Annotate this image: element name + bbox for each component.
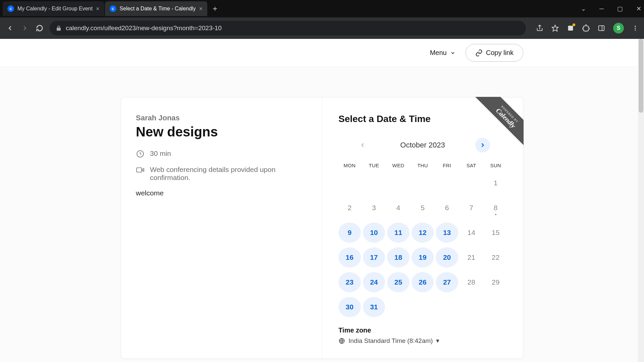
extensions-icon[interactable] <box>582 24 590 32</box>
calendar-day-unavailable: 5 <box>412 198 434 218</box>
weekday-header: FRI <box>436 163 458 168</box>
weekday-header: WED <box>387 163 410 168</box>
url-text: calendly.com/uifeed2023/new-designs?mont… <box>66 24 222 32</box>
calendar-day-available[interactable]: 20 <box>436 247 458 267</box>
calendly-favicon: c <box>110 5 116 12</box>
calendar-day-available[interactable]: 16 <box>338 247 361 267</box>
svg-rect-2 <box>599 26 604 31</box>
calendar-day-available[interactable]: 19 <box>412 247 434 267</box>
extension-badge-icon[interactable] <box>567 24 574 32</box>
clock-icon <box>136 149 145 158</box>
calendar-day-available[interactable]: 27 <box>436 272 458 292</box>
svg-point-4 <box>635 26 636 27</box>
kebab-menu-icon[interactable] <box>632 25 639 32</box>
timezone-heading: Time zone <box>338 326 507 334</box>
close-icon[interactable]: × <box>96 5 100 12</box>
calendar-day-available[interactable]: 24 <box>363 272 385 292</box>
lock-icon <box>56 25 62 31</box>
month-nav: October 2023 <box>338 138 507 153</box>
event-details-panel: Sarah Jonas New designs 30 min Web confe… <box>121 98 322 358</box>
copy-link-button[interactable]: Copy link <box>466 44 523 62</box>
video-icon <box>136 166 145 174</box>
weekday-header: SAT <box>460 163 483 168</box>
duration-text: 30 min <box>150 149 171 158</box>
copy-link-label: Copy link <box>486 49 514 57</box>
back-icon[interactable] <box>5 23 15 33</box>
scrollbar-track[interactable] <box>638 39 644 362</box>
booking-card: POWERED BY Calendly Sarah Jonas New desi… <box>121 97 523 359</box>
calendar-day-unavailable: 7 <box>460 198 483 218</box>
calendar-day-available[interactable]: 18 <box>387 247 410 267</box>
calendar-day-available[interactable]: 10 <box>363 223 385 243</box>
calendar-day-available[interactable]: 17 <box>363 247 385 267</box>
url-input[interactable]: calendly.com/uifeed2023/new-designs?mont… <box>50 21 526 36</box>
calendar-grid: 1234567891011121314151617181920212223242… <box>338 173 507 317</box>
menu-label: Menu <box>430 49 447 57</box>
caret-down-icon: ▾ <box>436 337 439 345</box>
current-month-label: October 2023 <box>400 141 445 149</box>
event-description: welcome <box>136 189 307 197</box>
calendar-day-available[interactable]: 13 <box>436 223 458 243</box>
calendar-day-unavailable: 1 <box>484 173 507 193</box>
weekday-header: THU <box>412 163 434 168</box>
tabs-dropdown-icon[interactable]: ⌄ <box>581 5 586 12</box>
calendar-day-unavailable: 8 <box>484 198 507 218</box>
calendar-day-available[interactable]: 9 <box>338 223 361 243</box>
calendar-day-unavailable: 15 <box>484 223 507 243</box>
calendar-day-unavailable: 4 <box>387 198 410 218</box>
calendly-favicon: c <box>7 5 14 12</box>
calendar-day-available[interactable]: 23 <box>338 272 361 292</box>
window-controls: ⌄ ─ ▢ ✕ <box>581 0 641 17</box>
event-title: New designs <box>136 124 307 139</box>
calendar-day-available[interactable]: 12 <box>412 223 434 243</box>
maximize-icon[interactable]: ▢ <box>617 5 623 12</box>
side-panel-icon[interactable] <box>598 24 605 32</box>
calendar-day-available[interactable]: 26 <box>412 272 434 292</box>
globe-icon <box>338 338 345 344</box>
weekday-header-row: MONTUEWEDTHUFRISATSUN <box>338 163 507 168</box>
timezone-selector[interactable]: India Standard Time (8:42am) ▾ <box>338 337 507 345</box>
calendar-day-unavailable: 14 <box>460 223 483 243</box>
svg-point-5 <box>635 27 636 28</box>
next-month-button[interactable] <box>475 138 490 153</box>
share-icon[interactable] <box>536 24 543 32</box>
calendar-day-unavailable: 22 <box>484 247 507 267</box>
page-topbar: Menu Copy link <box>0 39 644 67</box>
tab-title: My Calendly - Edit Group Event <box>17 6 93 12</box>
scrollbar-thumb[interactable] <box>639 39 643 113</box>
calendar-day-available[interactable]: 31 <box>363 297 385 317</box>
forward-icon[interactable] <box>20 23 30 33</box>
calendar-day-available[interactable]: 25 <box>387 272 410 292</box>
reload-icon[interactable] <box>35 23 44 33</box>
minimize-icon[interactable]: ─ <box>599 5 604 12</box>
calendar-day-unavailable: 28 <box>460 272 483 292</box>
browser-tab-active[interactable]: c Select a Date & Time - Calendly × <box>105 1 207 16</box>
panel-title: Select a Date & Time <box>338 114 507 124</box>
weekday-header: TUE <box>363 163 385 168</box>
calendar-day-unavailable: 3 <box>363 198 385 218</box>
svg-rect-8 <box>137 168 142 172</box>
menu-dropdown[interactable]: Menu <box>426 46 460 60</box>
timezone-value: India Standard Time (8:42am) <box>348 337 433 345</box>
location-text: Web conferencing details provided upon c… <box>150 166 307 182</box>
bookmark-star-icon[interactable] <box>551 24 559 32</box>
close-icon[interactable]: × <box>199 5 203 12</box>
weekday-header: SUN <box>484 163 507 168</box>
browser-tab-inactive[interactable]: c My Calendly - Edit Group Event × <box>3 1 104 16</box>
close-window-icon[interactable]: ✕ <box>636 5 641 12</box>
browser-address-bar: calendly.com/uifeed2023/new-designs?mont… <box>0 17 644 39</box>
host-name: Sarah Jonas <box>136 114 307 122</box>
browser-tabbar: c My Calendly - Edit Group Event × c Sel… <box>0 0 644 17</box>
prev-month-button[interactable] <box>355 138 370 153</box>
tab-title: Select a Date & Time - Calendly <box>120 6 196 12</box>
chevron-down-icon <box>450 50 455 56</box>
svg-marker-0 <box>552 25 558 31</box>
profile-avatar[interactable]: S <box>613 23 624 34</box>
link-icon <box>475 49 483 57</box>
weekday-header: MON <box>338 163 361 168</box>
new-tab-button[interactable]: + <box>208 4 222 13</box>
calendar-day-available[interactable]: 11 <box>387 223 410 243</box>
calendar-day-unavailable: 6 <box>436 198 458 218</box>
calendar-day-available[interactable]: 30 <box>338 297 361 317</box>
svg-rect-1 <box>568 26 573 31</box>
